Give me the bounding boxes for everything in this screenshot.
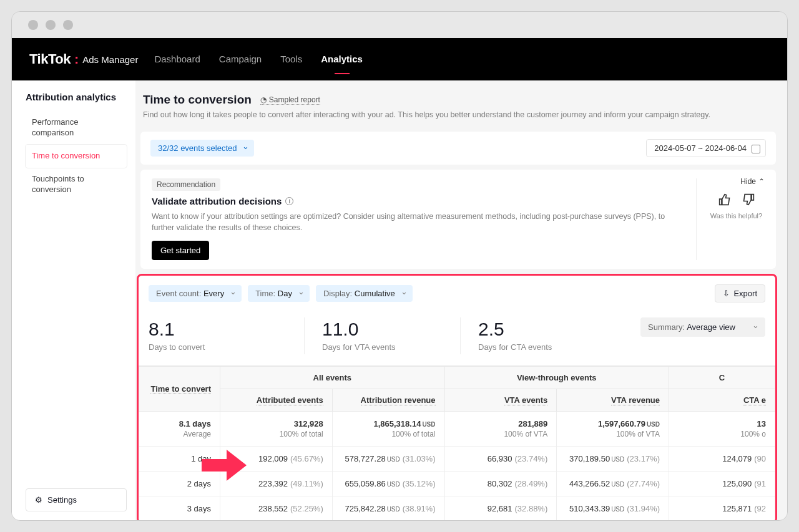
- chevron-up-icon: ⌃: [758, 177, 765, 186]
- nav-dashboard[interactable]: Dashboard: [154, 54, 200, 65]
- app-body: Attribution analytics Performance compar…: [12, 80, 787, 520]
- highlight-box: Event count: Every Time: Day Display: Cu…: [137, 274, 777, 520]
- sidebar-footer: ⚙ Settings: [26, 488, 127, 511]
- sidebar-item-time-to-conversion[interactable]: Time to conversion: [26, 145, 127, 168]
- recommendation-card: Recommendation Validate attribution deci…: [140, 170, 776, 269]
- reco-right: Hide ⌃ Was this helpful?: [696, 178, 765, 260]
- chip-value: Day: [278, 289, 292, 298]
- stat-vta-days: 11.0 Days for VTA events: [305, 317, 461, 354]
- reco-tag: Recommendation: [152, 178, 220, 191]
- stat-days-to-convert: 8.1 Days to convert: [149, 317, 305, 354]
- thumbs-up-icon[interactable]: [717, 192, 732, 207]
- sampled-label: Sampled report: [269, 95, 320, 104]
- export-button[interactable]: ⇩ Export: [715, 284, 765, 302]
- main-content: Time to conversion ◔ Sampled report Find…: [135, 80, 787, 520]
- hide-button[interactable]: Hide ⌃: [740, 177, 765, 186]
- sampled-report-badge[interactable]: ◔ Sampled report: [260, 95, 320, 105]
- th-group-vt: View-through events: [444, 367, 669, 389]
- info-icon[interactable]: i: [285, 197, 293, 205]
- reco-left: Recommendation Validate attribution deci…: [152, 178, 696, 260]
- nav-campaign[interactable]: Campaign: [219, 54, 262, 65]
- controls-row: Event count: Every Time: Day Display: Cu…: [139, 284, 775, 302]
- sidebar: Attribution analytics Performance compar…: [12, 80, 135, 520]
- stat-label: Days for CTA events: [478, 342, 604, 352]
- logo-dot: :: [74, 51, 79, 67]
- thumbs-down-icon[interactable]: [741, 192, 756, 207]
- export-label: Export: [733, 289, 757, 298]
- arrow-icon: [202, 450, 247, 481]
- gear-icon: ⚙: [35, 495, 42, 505]
- chip-label: Time:: [255, 289, 275, 298]
- stat-number: 8.1: [149, 320, 292, 339]
- nav-tools[interactable]: Tools: [280, 54, 302, 65]
- display-selector[interactable]: Display: Cumulative: [316, 285, 413, 302]
- settings-button[interactable]: ⚙ Settings: [26, 488, 127, 511]
- date-range-selector[interactable]: 2024-05-07 ~ 2024-06-04: [646, 139, 766, 157]
- stat-label: Days for VTA events: [322, 342, 448, 352]
- summary-selector[interactable]: Summary: Average view: [640, 317, 765, 337]
- table-wrap: Time to convert All events View-through …: [139, 365, 775, 520]
- browser-frame: TikTok: Ads Manager Dashboard Campaign T…: [11, 11, 788, 521]
- chip-label: Event count:: [156, 289, 201, 298]
- thumbs-row: [717, 192, 756, 207]
- sidebar-item-touchpoints[interactable]: Touchpoints to conversion: [26, 168, 127, 201]
- reco-title: Validate attribution decisions i: [152, 196, 696, 206]
- download-icon: ⇩: [723, 289, 730, 298]
- event-count-selector[interactable]: Event count: Every: [149, 285, 242, 302]
- events-selector[interactable]: 32/32 events selected: [150, 140, 254, 157]
- table-summary-row: 8.1 daysAverage312,928100% of total1,865…: [139, 412, 775, 447]
- chip-label: Display:: [323, 289, 352, 298]
- th-group-ct: C: [669, 367, 775, 389]
- settings-label: Settings: [47, 495, 77, 505]
- top-nav: TikTok: Ads Manager Dashboard Campaign T…: [12, 38, 787, 80]
- browser-chrome: [12, 12, 787, 38]
- table-row: 3 days238,552(52.25%)725,842.28USD(38.91…: [139, 496, 775, 521]
- page-title-row: Time to conversion ◔ Sampled report: [143, 93, 773, 107]
- stat-number: 11.0: [322, 320, 448, 339]
- window-dot: [28, 20, 38, 30]
- th-ae: Attributed events: [220, 389, 333, 412]
- th-group-all: All events: [220, 367, 445, 389]
- logo-text: TikTok: [29, 51, 71, 67]
- reco-title-text: Validate attribution decisions: [152, 196, 282, 206]
- th-ce: CTA e: [669, 389, 775, 412]
- summary-label: Summary:: [648, 322, 685, 332]
- conversion-table: Time to convert All events View-through …: [139, 366, 775, 520]
- time-selector[interactable]: Time: Day: [248, 285, 310, 302]
- stats-row: 8.1 Days to convert 11.0 Days for VTA ev…: [139, 302, 775, 365]
- page-header: Time to conversion ◔ Sampled report Find…: [137, 89, 780, 127]
- th-time: Time to convert: [139, 367, 220, 412]
- stat-cta-days: 2.5 Days for CTA events: [461, 317, 617, 354]
- stat-number: 2.5: [478, 320, 604, 339]
- hide-label: Hide: [740, 177, 756, 186]
- stat-label: Days to convert: [149, 342, 292, 352]
- window-dot: [46, 20, 56, 30]
- th-ar: Attribution revenue: [332, 389, 444, 412]
- th-vr: VTA revenue: [557, 389, 669, 412]
- nav-links: Dashboard Campaign Tools Analytics: [154, 54, 363, 65]
- pie-icon: ◔: [260, 95, 267, 104]
- reco-description: Want to know if your attribution setting…: [152, 211, 670, 233]
- nav-analytics[interactable]: Analytics: [321, 54, 363, 65]
- logo-subtitle: Ads Manager: [82, 54, 138, 65]
- window-dot: [63, 20, 73, 30]
- summary-value: Average view: [687, 322, 735, 332]
- filter-card: 32/32 events selected 2024-05-07 ~ 2024-…: [140, 132, 776, 165]
- chip-value: Cumulative: [355, 289, 395, 298]
- sidebar-item-performance[interactable]: Performance comparison: [26, 111, 127, 145]
- chip-value: Every: [203, 289, 224, 298]
- helpful-text: Was this helpful?: [710, 212, 762, 220]
- logo-area: TikTok: Ads Manager: [29, 51, 138, 67]
- page-title: Time to conversion: [143, 93, 252, 107]
- page-description: Find out how long it takes people to con…: [143, 110, 773, 119]
- sidebar-title: Attribution analytics: [26, 92, 127, 102]
- th-ve: VTA events: [444, 389, 557, 412]
- get-started-button[interactable]: Get started: [152, 241, 209, 260]
